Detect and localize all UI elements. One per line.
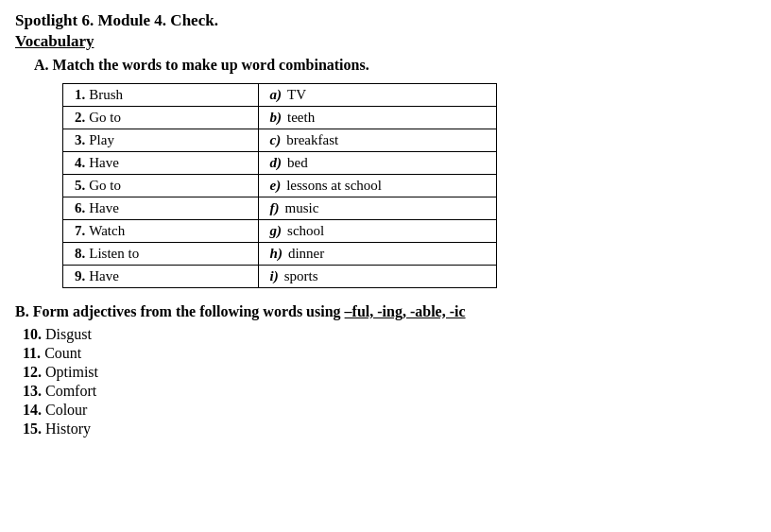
list-item: 11. Count [23, 345, 756, 362]
row-match: dinner [288, 246, 324, 261]
table-cell-left: 1.Brush [63, 84, 259, 107]
row-match: school [287, 223, 324, 238]
list-item-number: 12. [23, 364, 42, 380]
table-cell-left: 5.Go to [63, 175, 259, 197]
table-cell-right: a)TV [258, 84, 496, 107]
list-item-number: 14. [23, 402, 42, 418]
row-letter: f) [270, 200, 280, 215]
table-row: 4.Haved)bed [63, 152, 497, 175]
list-item-word: Disgust [45, 326, 92, 342]
table-cell-right: c)breakfast [258, 129, 496, 152]
row-letter: b) [270, 110, 283, 125]
table-cell-right: e)lessons at school [258, 175, 496, 197]
list-item-word: Comfort [45, 383, 96, 399]
row-match: TV [287, 87, 306, 102]
row-word: Have [89, 155, 119, 170]
row-number: 9. [75, 268, 85, 283]
section-a-heading: A. Match the words to make up word combi… [34, 57, 756, 74]
table-cell-left: 4.Have [63, 152, 259, 175]
row-word: Go to [89, 110, 121, 125]
list-item-number: 13. [23, 383, 42, 399]
row-number: 2. [75, 110, 85, 125]
row-letter: e) [270, 178, 282, 193]
adjective-word-list: 10. Disgust11. Count12. Optimist13. Comf… [23, 326, 756, 438]
table-row: 9.Havei)sports [63, 266, 497, 288]
list-item-number: 11. [23, 345, 41, 361]
row-letter: g) [270, 223, 283, 238]
list-item: 13. Comfort [23, 383, 756, 400]
table-cell-left: 2.Go to [63, 107, 259, 129]
vocabulary-heading: Vocabulary [15, 32, 756, 51]
row-word: Watch [89, 223, 125, 238]
row-word: Brush [89, 87, 123, 102]
list-item-number: 10. [23, 326, 42, 342]
list-item: 14. Colour [23, 402, 756, 419]
table-cell-left: 3.Play [63, 129, 259, 152]
list-item-word: Optimist [45, 364, 98, 380]
table-cell-right: g)school [258, 220, 496, 243]
table-row: 3.Playc)breakfast [63, 129, 497, 152]
matching-table-wrapper: 1.Brusha)TV2.Go tob)teeth3.Playc)breakfa… [62, 83, 756, 288]
row-letter: c) [270, 132, 282, 147]
matching-table: 1.Brusha)TV2.Go tob)teeth3.Playc)breakfa… [62, 83, 497, 288]
table-row: 2.Go tob)teeth [63, 107, 497, 129]
row-word: Listen to [89, 246, 139, 261]
table-cell-left: 6.Have [63, 197, 259, 220]
section-b-label: B. Form adjectives from the following wo… [15, 303, 345, 319]
list-item-number: 15. [23, 420, 42, 437]
row-number: 4. [75, 155, 85, 170]
section-b-heading: B. Form adjectives from the following wo… [15, 303, 756, 320]
row-match: teeth [287, 110, 315, 125]
section-b-suffixes: –ful, -ing, -able, -ic [345, 303, 466, 319]
row-word: Have [89, 200, 119, 215]
table-row: 6.Havef)music [63, 197, 497, 220]
row-number: 6. [75, 200, 85, 215]
table-row: 8.Listen toh)dinner [63, 243, 497, 266]
list-item-word: History [45, 420, 91, 437]
row-number: 1. [75, 87, 85, 102]
table-cell-left: 8.Listen to [63, 243, 259, 266]
row-match: lessons at school [286, 178, 382, 193]
row-number: 7. [75, 223, 85, 238]
table-row: 5.Go toe)lessons at school [63, 175, 497, 197]
list-item-word: Count [44, 345, 81, 361]
list-item: 12. Optimist [23, 364, 756, 381]
list-item: 10. Disgust [23, 326, 756, 343]
row-match: sports [284, 268, 318, 283]
row-letter: a) [270, 87, 283, 102]
row-letter: i) [270, 268, 279, 283]
table-row: 7.Watchg)school [63, 220, 497, 243]
page-title: Spotlight 6. Module 4. Check. [15, 11, 756, 30]
row-word: Play [89, 132, 114, 147]
row-match: breakfast [286, 132, 338, 147]
row-number: 5. [75, 178, 85, 193]
row-match: bed [287, 155, 308, 170]
row-letter: d) [270, 155, 283, 170]
table-cell-left: 7.Watch [63, 220, 259, 243]
table-row: 1.Brusha)TV [63, 84, 497, 107]
row-letter: h) [270, 246, 283, 261]
row-number: 8. [75, 246, 85, 261]
table-cell-right: d)bed [258, 152, 496, 175]
table-cell-left: 9.Have [63, 266, 259, 288]
table-cell-right: h)dinner [258, 243, 496, 266]
row-word: Have [89, 268, 119, 283]
table-cell-right: b)teeth [258, 107, 496, 129]
table-cell-right: f)music [258, 197, 496, 220]
list-item-word: Colour [45, 402, 87, 418]
list-item: 15. History [23, 420, 756, 438]
row-match: music [285, 200, 319, 215]
row-number: 3. [75, 132, 85, 147]
row-word: Go to [89, 178, 121, 193]
table-cell-right: i)sports [258, 266, 496, 288]
